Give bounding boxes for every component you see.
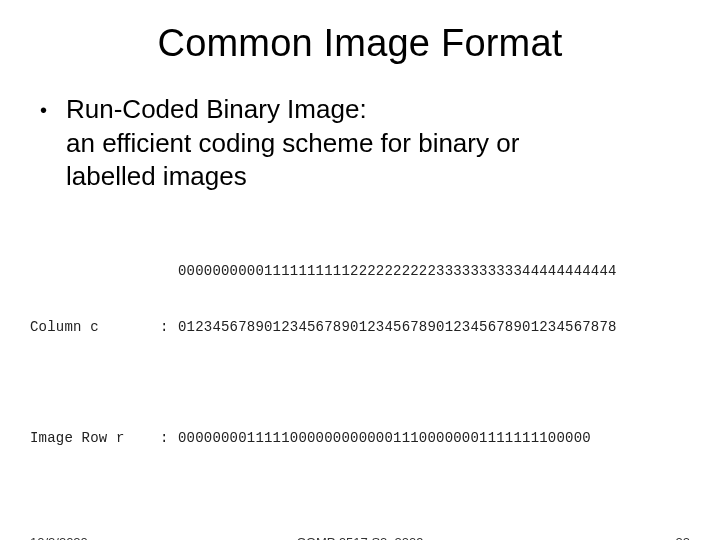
slide-body: • Run-Coded Binary Image: an efficient c… — [0, 93, 720, 192]
column-row: Column c : 01234567890123456789012345678… — [30, 318, 720, 337]
column-label: Column c — [30, 318, 160, 337]
column-header-top: 0000000000111111111122222222223333333333… — [30, 262, 720, 281]
image-row-label: Image Row r — [30, 429, 160, 448]
colon: : — [160, 318, 178, 337]
slide: Common Image Format • Run-Coded Binary I… — [0, 22, 720, 540]
image-row-val: 0000000011111000000000000111000000011111… — [178, 429, 720, 448]
image-row: Image Row r : 00000000111110000000000001… — [30, 429, 720, 448]
bullet-dot: • — [40, 93, 66, 127]
bullet-line-2: an efficient coding scheme for binary or — [40, 127, 680, 160]
slide-title: Common Image Format — [0, 22, 720, 65]
column-digits-bottom: 0123456789012345678901234567890123456789… — [178, 318, 720, 337]
bullet-item: • Run-Coded Binary Image: — [40, 93, 680, 127]
bullet-line-1: Run-Coded Binary Image: — [66, 93, 680, 126]
column-digits-top: 0000000000111111111122222222223333333333… — [178, 262, 720, 281]
footer-center: COMP 9517 S2, 2009 — [0, 535, 720, 540]
blank-label — [30, 262, 160, 281]
colon: : — [160, 429, 178, 448]
code-block: 0000000000111111111122222222223333333333… — [30, 224, 720, 540]
footer-page-number: 22 — [676, 535, 690, 540]
bullet-line-3: labelled images — [40, 160, 680, 193]
blank-colon — [160, 262, 178, 281]
